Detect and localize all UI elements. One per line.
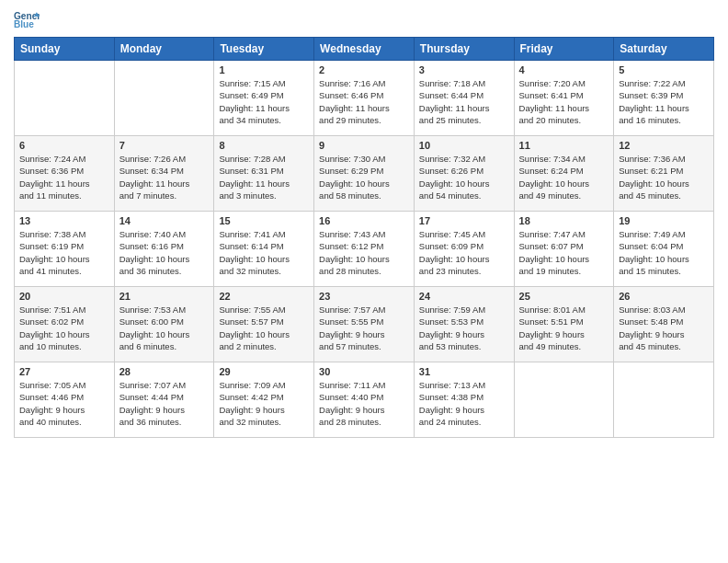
calendar-cell: 4Sunrise: 7:20 AM Sunset: 6:41 PM Daylig… bbox=[514, 61, 614, 136]
day-info: Sunrise: 7:24 AM Sunset: 6:36 PM Dayligh… bbox=[19, 153, 109, 201]
day-number: 20 bbox=[19, 291, 109, 302]
weekday-header-saturday: Saturday bbox=[614, 38, 714, 61]
week-row-3: 20Sunrise: 7:51 AM Sunset: 6:02 PM Dayli… bbox=[15, 287, 714, 362]
day-number: 8 bbox=[219, 140, 309, 151]
day-number: 9 bbox=[319, 140, 409, 151]
calendar-cell bbox=[614, 362, 714, 438]
day-number: 14 bbox=[119, 215, 210, 226]
day-info: Sunrise: 7:09 AM Sunset: 4:42 PM Dayligh… bbox=[219, 379, 309, 428]
day-info: Sunrise: 7:38 AM Sunset: 6:19 PM Dayligh… bbox=[19, 228, 109, 277]
weekday-header-tuesday: Tuesday bbox=[214, 38, 314, 61]
calendar-cell: 25Sunrise: 8:01 AM Sunset: 5:51 PM Dayli… bbox=[514, 287, 614, 362]
calendar-cell: 23Sunrise: 7:57 AM Sunset: 5:55 PM Dayli… bbox=[314, 287, 415, 362]
day-number: 25 bbox=[519, 291, 609, 302]
calendar-cell: 22Sunrise: 7:55 AM Sunset: 5:57 PM Dayli… bbox=[214, 287, 314, 362]
day-info: Sunrise: 7:55 AM Sunset: 5:57 PM Dayligh… bbox=[219, 304, 309, 352]
day-info: Sunrise: 7:11 AM Sunset: 4:40 PM Dayligh… bbox=[319, 379, 409, 428]
day-info: Sunrise: 7:20 AM Sunset: 6:41 PM Dayligh… bbox=[519, 77, 609, 126]
calendar-cell: 2Sunrise: 7:16 AM Sunset: 6:46 PM Daylig… bbox=[314, 61, 415, 136]
day-number: 3 bbox=[419, 64, 509, 75]
calendar-cell: 18Sunrise: 7:47 AM Sunset: 6:07 PM Dayli… bbox=[514, 212, 614, 287]
weekday-header-row: SundayMondayTuesdayWednesdayThursdayFrid… bbox=[15, 38, 714, 61]
calendar-cell bbox=[514, 362, 614, 438]
calendar-cell: 10Sunrise: 7:32 AM Sunset: 6:26 PM Dayli… bbox=[414, 136, 514, 212]
logo-icon: General Blue bbox=[14, 9, 40, 29]
day-number: 6 bbox=[19, 140, 109, 151]
week-row-2: 13Sunrise: 7:38 AM Sunset: 6:19 PM Dayli… bbox=[15, 212, 714, 287]
day-info: Sunrise: 7:30 AM Sunset: 6:29 PM Dayligh… bbox=[319, 153, 409, 201]
day-info: Sunrise: 7:15 AM Sunset: 6:49 PM Dayligh… bbox=[219, 77, 309, 126]
day-number: 17 bbox=[419, 215, 509, 226]
calendar-cell: 7Sunrise: 7:26 AM Sunset: 6:34 PM Daylig… bbox=[114, 136, 214, 212]
day-info: Sunrise: 7:13 AM Sunset: 4:38 PM Dayligh… bbox=[419, 379, 509, 428]
calendar-cell bbox=[15, 61, 115, 136]
calendar-cell: 15Sunrise: 7:41 AM Sunset: 6:14 PM Dayli… bbox=[214, 212, 314, 287]
day-number: 15 bbox=[219, 215, 309, 226]
day-info: Sunrise: 7:49 AM Sunset: 6:04 PM Dayligh… bbox=[619, 228, 709, 277]
day-number: 2 bbox=[319, 64, 409, 75]
weekday-header-friday: Friday bbox=[514, 38, 614, 61]
day-info: Sunrise: 7:59 AM Sunset: 5:53 PM Dayligh… bbox=[419, 304, 509, 352]
day-info: Sunrise: 8:01 AM Sunset: 5:51 PM Dayligh… bbox=[519, 304, 609, 352]
day-number: 13 bbox=[19, 215, 109, 226]
calendar-cell: 19Sunrise: 7:49 AM Sunset: 6:04 PM Dayli… bbox=[614, 212, 714, 287]
calendar-cell: 30Sunrise: 7:11 AM Sunset: 4:40 PM Dayli… bbox=[314, 362, 415, 438]
calendar-cell: 20Sunrise: 7:51 AM Sunset: 6:02 PM Dayli… bbox=[15, 287, 115, 362]
calendar-cell: 9Sunrise: 7:30 AM Sunset: 6:29 PM Daylig… bbox=[314, 136, 415, 212]
calendar-cell: 6Sunrise: 7:24 AM Sunset: 6:36 PM Daylig… bbox=[15, 136, 115, 212]
day-number: 10 bbox=[419, 140, 509, 151]
day-info: Sunrise: 7:41 AM Sunset: 6:14 PM Dayligh… bbox=[219, 228, 309, 277]
day-info: Sunrise: 7:22 AM Sunset: 6:39 PM Dayligh… bbox=[619, 77, 709, 126]
day-info: Sunrise: 7:28 AM Sunset: 6:31 PM Dayligh… bbox=[219, 153, 309, 201]
calendar-cell: 13Sunrise: 7:38 AM Sunset: 6:19 PM Dayli… bbox=[15, 212, 115, 287]
calendar-cell: 24Sunrise: 7:59 AM Sunset: 5:53 PM Dayli… bbox=[414, 287, 514, 362]
day-number: 27 bbox=[19, 366, 109, 377]
calendar-cell: 1Sunrise: 7:15 AM Sunset: 6:49 PM Daylig… bbox=[214, 61, 314, 136]
day-info: Sunrise: 7:47 AM Sunset: 6:07 PM Dayligh… bbox=[519, 228, 609, 277]
day-number: 22 bbox=[219, 291, 309, 302]
week-row-4: 27Sunrise: 7:05 AM Sunset: 4:46 PM Dayli… bbox=[15, 362, 714, 438]
calendar-cell: 26Sunrise: 8:03 AM Sunset: 5:48 PM Dayli… bbox=[614, 287, 714, 362]
day-number: 7 bbox=[119, 140, 210, 151]
day-number: 23 bbox=[319, 291, 409, 302]
day-number: 26 bbox=[619, 291, 709, 302]
day-info: Sunrise: 7:57 AM Sunset: 5:55 PM Dayligh… bbox=[319, 304, 409, 352]
day-info: Sunrise: 7:34 AM Sunset: 6:24 PM Dayligh… bbox=[519, 153, 609, 201]
header: General Blue bbox=[14, 9, 714, 29]
day-number: 12 bbox=[619, 140, 709, 151]
svg-text:Blue: Blue bbox=[14, 19, 34, 29]
calendar-cell: 17Sunrise: 7:45 AM Sunset: 6:09 PM Dayli… bbox=[414, 212, 514, 287]
day-info: Sunrise: 7:18 AM Sunset: 6:44 PM Dayligh… bbox=[419, 77, 509, 126]
weekday-header-thursday: Thursday bbox=[414, 38, 514, 61]
day-info: Sunrise: 7:16 AM Sunset: 6:46 PM Dayligh… bbox=[319, 77, 409, 126]
week-row-1: 6Sunrise: 7:24 AM Sunset: 6:36 PM Daylig… bbox=[15, 136, 714, 212]
calendar-cell: 21Sunrise: 7:53 AM Sunset: 6:00 PM Dayli… bbox=[114, 287, 214, 362]
day-info: Sunrise: 7:32 AM Sunset: 6:26 PM Dayligh… bbox=[419, 153, 509, 201]
weekday-header-monday: Monday bbox=[114, 38, 214, 61]
day-number: 31 bbox=[419, 366, 509, 377]
day-info: Sunrise: 7:36 AM Sunset: 6:21 PM Dayligh… bbox=[619, 153, 709, 201]
logo: General Blue bbox=[14, 9, 43, 29]
calendar-cell bbox=[114, 61, 214, 136]
day-number: 18 bbox=[519, 215, 609, 226]
calendar-cell: 8Sunrise: 7:28 AM Sunset: 6:31 PM Daylig… bbox=[214, 136, 314, 212]
day-info: Sunrise: 7:51 AM Sunset: 6:02 PM Dayligh… bbox=[19, 304, 109, 352]
day-number: 19 bbox=[619, 215, 709, 226]
day-number: 28 bbox=[119, 366, 210, 377]
calendar-cell: 11Sunrise: 7:34 AM Sunset: 6:24 PM Dayli… bbox=[514, 136, 614, 212]
day-number: 30 bbox=[319, 366, 409, 377]
calendar-cell: 12Sunrise: 7:36 AM Sunset: 6:21 PM Dayli… bbox=[614, 136, 714, 212]
day-info: Sunrise: 8:03 AM Sunset: 5:48 PM Dayligh… bbox=[619, 304, 709, 352]
day-info: Sunrise: 7:43 AM Sunset: 6:12 PM Dayligh… bbox=[319, 228, 409, 277]
day-info: Sunrise: 7:26 AM Sunset: 6:34 PM Dayligh… bbox=[119, 153, 210, 201]
weekday-header-sunday: Sunday bbox=[15, 38, 115, 61]
day-number: 21 bbox=[119, 291, 210, 302]
calendar-cell: 14Sunrise: 7:40 AM Sunset: 6:16 PM Dayli… bbox=[114, 212, 214, 287]
day-info: Sunrise: 7:40 AM Sunset: 6:16 PM Dayligh… bbox=[119, 228, 210, 277]
day-info: Sunrise: 7:53 AM Sunset: 6:00 PM Dayligh… bbox=[119, 304, 210, 352]
day-number: 5 bbox=[619, 64, 709, 75]
day-number: 16 bbox=[319, 215, 409, 226]
calendar-page: General Blue SundayMondayTuesdayWednesda… bbox=[0, 0, 728, 447]
weekday-header-wednesday: Wednesday bbox=[314, 38, 415, 61]
day-number: 11 bbox=[519, 140, 609, 151]
